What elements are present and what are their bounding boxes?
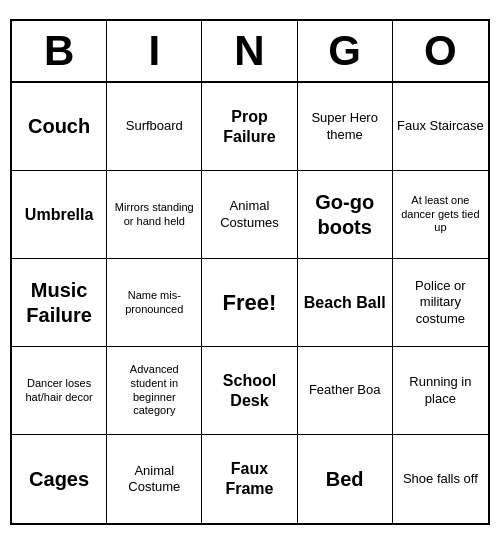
bingo-cell[interactable]: Free! bbox=[202, 259, 297, 347]
bingo-cell[interactable]: Animal Costumes bbox=[202, 171, 297, 259]
bingo-cell[interactable]: Running in place bbox=[393, 347, 488, 435]
bingo-cell[interactable]: Music Failure bbox=[12, 259, 107, 347]
bingo-cell[interactable]: Advanced student in beginner category bbox=[107, 347, 202, 435]
bingo-cell[interactable]: Police or military costume bbox=[393, 259, 488, 347]
bingo-cell[interactable]: At least one dancer gets tied up bbox=[393, 171, 488, 259]
bingo-cell[interactable]: Beach Ball bbox=[298, 259, 393, 347]
letter-g: G bbox=[298, 21, 393, 81]
bingo-cell[interactable]: Umbrella bbox=[12, 171, 107, 259]
bingo-cell[interactable]: Dancer loses hat/hair decor bbox=[12, 347, 107, 435]
letter-i: I bbox=[107, 21, 202, 81]
bingo-cell[interactable]: School Desk bbox=[202, 347, 297, 435]
bingo-cell[interactable]: Surfboard bbox=[107, 83, 202, 171]
letter-b: B bbox=[12, 21, 107, 81]
bingo-header: B I N G O bbox=[12, 21, 488, 83]
bingo-cell[interactable]: Animal Costume bbox=[107, 435, 202, 523]
bingo-cell[interactable]: Super Hero theme bbox=[298, 83, 393, 171]
bingo-cell[interactable]: Shoe falls off bbox=[393, 435, 488, 523]
bingo-cell[interactable]: Bed bbox=[298, 435, 393, 523]
bingo-grid: CouchSurfboardProp FailureSuper Hero the… bbox=[12, 83, 488, 523]
bingo-cell[interactable]: Name mis-pronounced bbox=[107, 259, 202, 347]
bingo-cell[interactable]: Feather Boa bbox=[298, 347, 393, 435]
letter-o: O bbox=[393, 21, 488, 81]
bingo-cell[interactable]: Go-go boots bbox=[298, 171, 393, 259]
bingo-cell[interactable]: Mirrors standing or hand held bbox=[107, 171, 202, 259]
letter-n: N bbox=[202, 21, 297, 81]
bingo-cell[interactable]: Faux Frame bbox=[202, 435, 297, 523]
bingo-cell[interactable]: Cages bbox=[12, 435, 107, 523]
bingo-card: B I N G O CouchSurfboardProp FailureSupe… bbox=[10, 19, 490, 525]
bingo-cell[interactable]: Couch bbox=[12, 83, 107, 171]
bingo-cell[interactable]: Prop Failure bbox=[202, 83, 297, 171]
bingo-cell[interactable]: Faux Staircase bbox=[393, 83, 488, 171]
